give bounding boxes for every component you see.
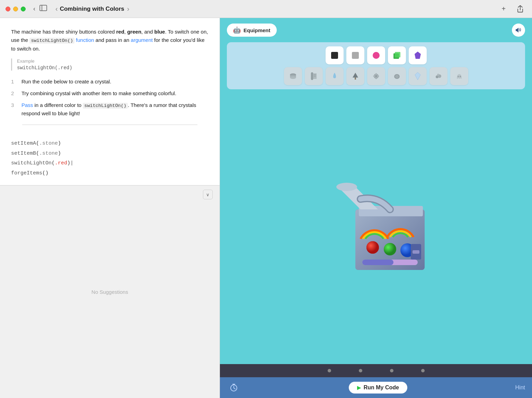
item-purple-gem[interactable] — [409, 46, 427, 64]
suggestions-toggle-button[interactable]: ∨ — [203, 190, 213, 199]
items-row-1 — [231, 46, 521, 64]
run-icon: ▶ — [357, 385, 361, 390]
bottom-section: ▶ Run My Code Hint — [220, 364, 532, 398]
step-3-text: Pass in a different color to switchLight… — [21, 101, 209, 118]
code-fn-switchlighton: switchLightOn — [11, 160, 52, 166]
svg-point-23 — [437, 74, 439, 76]
machine-svg — [310, 168, 442, 286]
link-argument[interactable]: argument — [131, 37, 153, 43]
progress-dot-4 — [421, 369, 425, 372]
title-area: Combining with Colors — [60, 6, 124, 12]
item-tree[interactable] — [346, 67, 364, 85]
code-cursor — [70, 160, 73, 166]
item-water[interactable] — [326, 67, 344, 85]
step-1: 1 Run the code below to create a crystal… — [11, 78, 209, 86]
code-line-4[interactable]: forgeItems() — [11, 169, 209, 179]
run-label: Run My Code — [364, 385, 399, 391]
svg-rect-3 — [352, 52, 359, 59]
step-1-text: Run the code below to create a crystal. — [21, 78, 111, 86]
example-code: switchLightOn(.red) — [17, 65, 209, 71]
code-editor[interactable]: setItemA(.stone) setItemB(.stone) switch… — [0, 139, 220, 178]
close-button[interactable] — [6, 7, 10, 11]
items-grid — [227, 42, 525, 89]
sidebar-toggle-button[interactable] — [37, 3, 49, 14]
top-right-buttons: + — [497, 3, 526, 15]
right-panel: 🤖 Equipment — [220, 18, 532, 398]
code-arg-stone1: .stone — [39, 141, 58, 146]
traffic-lights — [6, 7, 26, 11]
svg-marker-13 — [353, 73, 358, 78]
no-suggestions-text: No Suggestions — [0, 186, 220, 398]
code-fn-forgeitems: forgeItems — [11, 170, 42, 176]
svg-rect-6 — [395, 52, 400, 57]
code-close-3: ) — [67, 160, 70, 166]
svg-point-24 — [458, 76, 459, 77]
code-paren-1: ( — [36, 141, 39, 146]
code-arg-red: .red — [55, 160, 67, 166]
svg-rect-39 — [413, 250, 419, 254]
machine-area — [220, 89, 532, 364]
item-green-cube[interactable] — [388, 46, 406, 64]
instructions: The machine has three shiny buttons colo… — [0, 18, 220, 139]
item-gear[interactable] — [367, 67, 385, 85]
progress-dot-2 — [359, 369, 362, 372]
add-button[interactable]: + — [497, 3, 510, 15]
next-button[interactable]: › — [125, 3, 132, 14]
code-line-3[interactable]: switchLightOn(.red) — [11, 159, 209, 169]
svg-point-10 — [290, 76, 296, 79]
steps-list: 1 Run the code below to create a crystal… — [11, 78, 209, 118]
minimize-button[interactable] — [13, 7, 18, 11]
svg-point-33 — [366, 241, 379, 254]
svg-rect-0 — [40, 5, 47, 11]
page-title: Combining with Colors — [60, 6, 124, 12]
instruction-paragraph: The machine has three shiny buttons colo… — [11, 28, 209, 53]
item-gray[interactable] — [346, 46, 364, 64]
item-ghost[interactable] — [450, 67, 468, 85]
code-block[interactable]: setItemA(.stone) setItemB(.stone) switch… — [11, 139, 209, 178]
step-2: 2 Try combining crystal with another ite… — [11, 89, 209, 98]
suggestions-panel: ∨ No Suggestions — [0, 185, 220, 398]
svg-rect-37 — [362, 260, 393, 265]
code-ref-switchlighton-2: switchLightOn() — [83, 103, 128, 109]
svg-point-4 — [373, 52, 380, 59]
item-scroll[interactable] — [305, 67, 323, 85]
timer-button[interactable] — [227, 381, 241, 395]
robot-icon: 🤖 — [233, 26, 241, 34]
link-function[interactable]: function — [76, 37, 94, 43]
run-my-code-button[interactable]: ▶ Run My Code — [349, 382, 407, 394]
svg-point-15 — [375, 75, 378, 78]
example-label: Example — [17, 58, 209, 64]
item-pink[interactable] — [367, 46, 385, 64]
progress-dot-3 — [390, 369, 393, 372]
item-black[interactable] — [326, 46, 344, 64]
item-bubbles[interactable] — [429, 67, 447, 85]
svg-point-31 — [336, 183, 357, 191]
link-pass[interactable]: Pass — [21, 102, 33, 108]
prev-button[interactable]: ‹ — [53, 3, 60, 14]
item-diamond[interactable] — [409, 67, 427, 85]
code-fn-setitema: setItemA — [11, 141, 36, 146]
maximize-button[interactable] — [21, 7, 26, 11]
code-line-2[interactable]: setItemB(.stone) — [11, 149, 209, 159]
svg-rect-2 — [331, 52, 338, 59]
code-ref-switchlighton: switchLightOn() — [29, 38, 74, 44]
back-button[interactable]: ‹ — [31, 4, 37, 14]
progress-dots — [220, 364, 532, 377]
example-block: Example switchLightOn(.red) — [11, 58, 209, 71]
step-2-num: 2 — [11, 89, 18, 98]
equipment-button[interactable]: 🤖 Equipment — [227, 24, 277, 37]
code-paren-3: ( — [52, 160, 55, 166]
sound-button[interactable] — [512, 24, 525, 37]
item-stone[interactable] — [388, 67, 406, 85]
items-row-2 — [231, 67, 521, 85]
step-3-num: 3 — [11, 101, 18, 118]
code-arg-stone2: .stone — [39, 151, 58, 156]
share-button[interactable] — [514, 3, 526, 15]
item-layers[interactable] — [284, 67, 302, 85]
svg-marker-7 — [415, 52, 421, 59]
main-content: The machine has three shiny buttons colo… — [0, 18, 532, 398]
hint-button[interactable]: Hint — [515, 385, 525, 391]
code-fn-setitemb: setItemB — [11, 151, 36, 156]
run-bar: ▶ Run My Code Hint — [220, 377, 532, 398]
code-line-1[interactable]: setItemA(.stone) — [11, 139, 209, 149]
